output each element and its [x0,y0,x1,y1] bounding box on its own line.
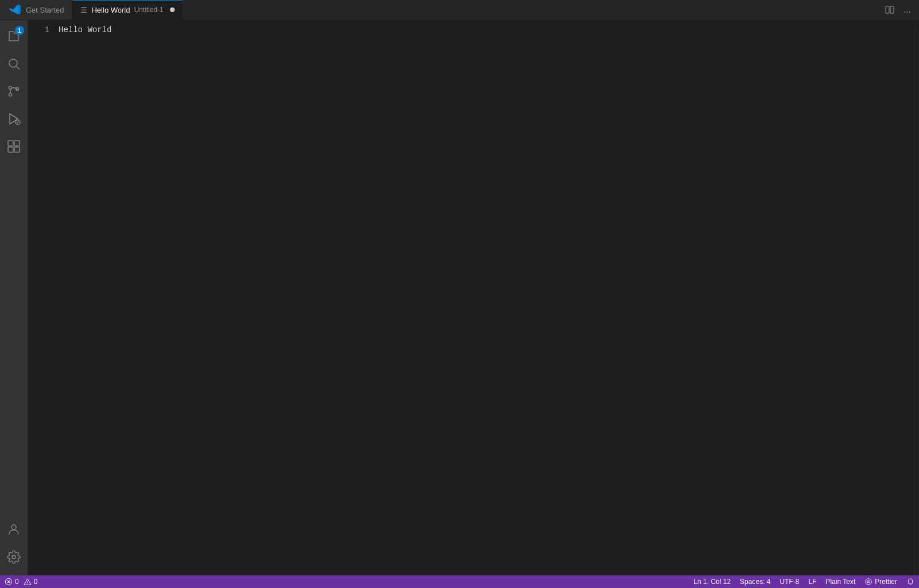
svg-point-14 [11,525,16,529]
line-numbers: 1 [28,25,56,575]
svg-point-20 [27,583,28,584]
status-errors[interactable]: 0 0 [0,575,42,588]
svg-point-15 [12,555,16,559]
minimap [914,25,919,575]
file-icon: ☰ [80,6,87,14]
sidebar-item-settings[interactable] [0,543,28,571]
warning-count: 0 [34,578,38,586]
get-started-label: Get Started [26,6,64,14]
status-bar: 0 0 Ln 1, Col 12 Spaces: 4 UTF-8 LF Plai… [0,575,919,588]
spaces-label: Spaces: 4 [740,578,770,586]
sidebar-item-run-debug[interactable] [0,105,28,133]
error-count: 0 [15,578,19,586]
status-notifications[interactable] [902,575,919,588]
more-actions-button[interactable]: ... [901,3,913,16]
formatter-label: Prettier [875,578,897,586]
code-line-1: Hello World [59,25,914,36]
status-bar-right: Ln 1, Col 12 Spaces: 4 UTF-8 LF Plain Te… [689,575,919,588]
status-formatter[interactable]: Prettier [860,575,902,588]
encoding-label: UTF-8 [779,578,799,586]
vscode-logo-icon [8,2,22,18]
svg-rect-12 [8,147,13,152]
editor-area[interactable]: 1 Hello World [28,20,919,575]
status-bar-left: 0 0 [0,575,42,588]
language-label: Plain Text [826,578,856,586]
svg-line-9 [17,121,19,123]
status-line-ending[interactable]: LF [804,575,821,588]
sidebar-item-accounts[interactable] [0,516,28,543]
line-ending-label: LF [808,578,816,586]
notifications-icon [906,578,914,586]
svg-rect-10 [8,141,13,146]
prettier-icon [864,578,872,586]
split-editor-button[interactable] [883,4,897,16]
activity-bar: 1 [0,20,28,575]
tab-bar-spacer [183,0,877,20]
svg-point-2 [9,59,17,67]
tab-dirty-indicator [170,7,175,12]
code-editor[interactable]: Hello World [56,25,914,575]
status-encoding[interactable]: UTF-8 [775,575,804,588]
tab-untitled-1[interactable]: ☰ Hello World Untitled-1 [72,0,183,20]
tab-hello-world-label: Hello World [91,6,130,14]
svg-rect-13 [14,147,20,152]
tab-get-started[interactable]: Get Started [0,0,72,20]
error-icon [5,578,13,586]
editor-content: 1 Hello World [28,20,919,575]
sidebar-item-extensions[interactable] [0,133,28,160]
main-layout: 1 [0,20,919,575]
status-spaces[interactable]: Spaces: 4 [735,575,775,588]
svg-rect-1 [890,6,894,13]
tab-bar-actions: ... [877,0,919,20]
explorer-badge: 1 [15,26,24,35]
tab-file-name: Untitled-1 [134,6,163,14]
line-col-label: Ln 1, Col 12 [693,578,731,586]
svg-rect-0 [886,6,889,13]
svg-line-3 [17,67,20,70]
status-language[interactable]: Plain Text [821,575,860,588]
sidebar-item-explorer[interactable]: 1 [0,22,28,50]
sidebar-item-search[interactable] [0,50,28,78]
warning-icon [24,578,32,586]
svg-marker-7 [10,114,18,124]
tab-bar: Get Started ☰ Hello World Untitled-1 ... [0,0,919,20]
svg-rect-11 [14,141,20,146]
line-number-1: 1 [34,25,49,36]
more-actions-label: ... [903,5,911,15]
status-line-col[interactable]: Ln 1, Col 12 [689,575,735,588]
sidebar-item-source-control[interactable] [0,78,28,105]
